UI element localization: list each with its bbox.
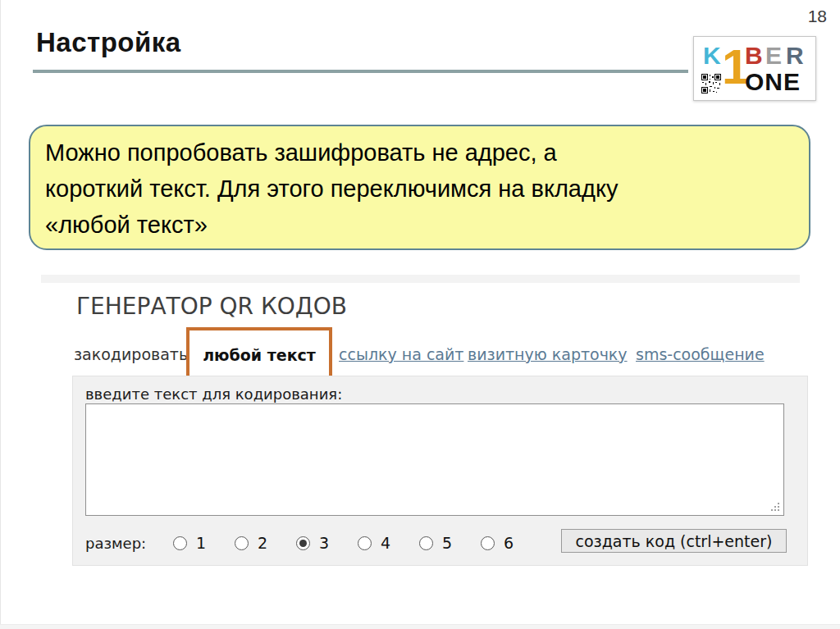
size-radio-3[interactable]: 3 [296, 534, 358, 552]
page-number: 18 [808, 7, 827, 26]
size-label: размер: [85, 535, 173, 552]
logo-word-one: ONE [745, 70, 801, 94]
callout-line: короткий текст. Для этого переключимся н… [45, 171, 794, 207]
kiberone-logo: K 1 B E R ONE [693, 36, 816, 101]
size-radio-label: 5 [442, 534, 452, 552]
active-tab-highlight-box: любой текст [186, 327, 332, 383]
callout-line: «любой текст» [45, 207, 794, 243]
logo-letter-e: E [765, 43, 782, 68]
size-radio-label: 3 [319, 534, 329, 552]
textarea-label: введите текст для кодирования: [85, 385, 342, 403]
tab-link-website[interactable]: ссылку на сайт [339, 345, 463, 363]
radio-icon[interactable] [173, 536, 187, 550]
size-radio-6[interactable]: 6 [481, 534, 542, 552]
size-radio-4[interactable]: 4 [358, 534, 419, 552]
title-underline [33, 70, 688, 73]
radio-icon[interactable] [481, 536, 495, 550]
size-radio-label: 6 [504, 534, 514, 552]
qr-code-icon [701, 74, 721, 93]
generator-form-panel: введите текст для кодирования: размер: 1… [72, 376, 808, 566]
tab-prefix-label: закодировать [74, 345, 188, 363]
site-top-strip [41, 275, 800, 283]
slide-bottom-strip [0, 624, 840, 629]
radio-icon[interactable] [235, 536, 249, 550]
tab-any-text[interactable]: любой текст [203, 346, 316, 364]
callout-line: Можно попробовать зашифровать не адрес, … [45, 134, 794, 171]
tab-link-vcard[interactable]: визитную карточку [468, 345, 628, 363]
text-to-encode-input[interactable] [85, 403, 784, 516]
callout-box: Можно попробовать зашифровать не адрес, … [29, 125, 810, 250]
tab-link-sms[interactable]: sms-сообщение [636, 345, 765, 363]
create-code-button[interactable]: создать код (ctrl+enter) [561, 529, 787, 553]
site-heading: ГЕНЕРАТОР QR КОДОВ [76, 293, 347, 320]
page-title: Настройка [36, 27, 181, 58]
logo-letter-b: B [745, 43, 763, 68]
slide-left-edge [0, 0, 1, 629]
radio-icon[interactable] [358, 536, 372, 550]
radio-icon[interactable] [419, 536, 433, 550]
radio-checked-icon[interactable] [296, 536, 310, 550]
resize-grip-icon[interactable] [778, 509, 779, 511]
size-radio-label: 1 [196, 534, 206, 552]
size-radio-5[interactable]: 5 [419, 534, 481, 552]
qr-generator-screenshot: ГЕНЕРАТОР QR КОДОВ закодировать любой те… [41, 275, 800, 574]
logo-letter-k: K [703, 43, 721, 68]
size-radio-label: 4 [381, 534, 390, 552]
size-selector-row: размер: 1 2 3 4 5 6 [85, 526, 542, 559]
logo-letter-r: R [786, 43, 804, 68]
size-radio-2[interactable]: 2 [235, 534, 296, 552]
size-radio-label: 2 [258, 534, 267, 552]
size-radio-1[interactable]: 1 [173, 534, 235, 552]
